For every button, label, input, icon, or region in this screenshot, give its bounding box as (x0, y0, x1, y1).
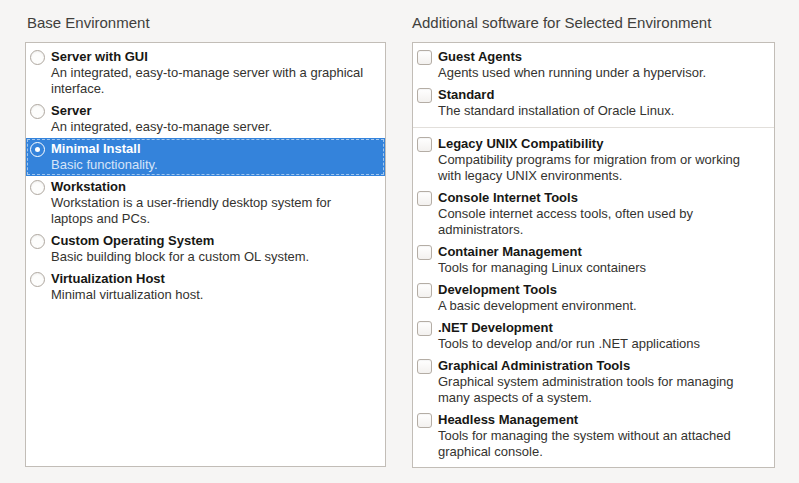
checkbox-icon[interactable] (417, 245, 432, 260)
radio-button-icon[interactable] (30, 272, 45, 287)
addon-option-title: Network Servers (438, 466, 541, 468)
addon-option-title: Headless Management (438, 412, 731, 428)
checkbox-icon[interactable] (417, 50, 432, 65)
addon-option-text: Standard The standard installation of Or… (438, 87, 674, 119)
environment-option-description: An integrated, easy-to-manage server. (51, 119, 272, 135)
environment-option-text: Custom Operating System Basic building b… (51, 233, 309, 265)
addon-option-title: Development Tools (438, 282, 637, 298)
addon-option-description: Agents used when running under a hypervi… (438, 65, 706, 81)
environment-option-text: Server An integrated, easy-to-manage ser… (51, 103, 272, 135)
addon-option-title: Console Internet Tools (438, 190, 693, 206)
addon-option-row[interactable]: Network Servers (413, 463, 774, 468)
environment-option-title: Workstation (51, 179, 331, 195)
environment-option-description: An integrated, easy-to-manage server wit… (51, 65, 363, 97)
addon-option-text: Container Management Tools for managing … (438, 244, 646, 276)
environment-option-description: Basic building block for a custom OL sys… (51, 249, 309, 265)
software-selection-screen: Base Environment Additional software for… (0, 0, 799, 483)
environment-option-row[interactable]: Server An integrated, easy-to-manage ser… (26, 100, 385, 138)
addon-option-title: Container Management (438, 244, 646, 260)
environment-option-title: Virtualization Host (51, 271, 203, 287)
addon-option-text: Network Servers (438, 466, 541, 468)
radio-button-icon[interactable] (30, 234, 45, 249)
addon-option-description: Tools for managing the system without an… (438, 428, 731, 460)
environment-option-row[interactable]: Virtualization Host Minimal virtualizati… (26, 268, 385, 306)
addon-option-row[interactable]: Standard The standard installation of Or… (413, 84, 774, 122)
addon-option-description: Tools for managing Linux containers (438, 260, 646, 276)
addon-option-title: Graphical Administration Tools (438, 358, 734, 374)
environment-option-title: Minimal Install (51, 141, 158, 157)
radio-button-icon[interactable] (30, 142, 45, 157)
environment-option-title: Server with GUI (51, 49, 363, 65)
addon-option-row[interactable]: Guest Agents Agents used when running un… (413, 46, 774, 84)
radio-button-icon[interactable] (30, 180, 45, 195)
addon-option-text: Guest Agents Agents used when running un… (438, 49, 706, 81)
addon-option-description: Compatibility programs for migration fro… (438, 152, 740, 184)
addon-option-title: Guest Agents (438, 49, 706, 65)
addon-option-text: Legacy UNIX Compatibility Compatibility … (438, 136, 740, 184)
addon-option-text: Console Internet Tools Console internet … (438, 190, 693, 238)
addon-option-row[interactable]: Legacy UNIX Compatibility Compatibility … (413, 133, 774, 187)
addon-option-row[interactable]: Development Tools A basic development en… (413, 279, 774, 317)
radio-button-icon[interactable] (30, 50, 45, 65)
checkbox-icon[interactable] (417, 137, 432, 152)
environment-option-text: Minimal Install Basic functionality. (51, 141, 158, 173)
environment-option-row[interactable]: Minimal Install Basic functionality. (26, 138, 385, 176)
environment-option-row[interactable]: Custom Operating System Basic building b… (26, 230, 385, 268)
addon-option-description: Graphical system administration tools fo… (438, 374, 734, 406)
addon-option-title: Standard (438, 87, 674, 103)
addon-option-description: Tools to develop and/or run .NET applica… (438, 336, 700, 352)
addon-option-text: .NET Development Tools to develop and/or… (438, 320, 700, 352)
environment-option-text: Server with GUI An integrated, easy-to-m… (51, 49, 363, 97)
additional-software-list[interactable]: Guest Agents Agents used when running un… (412, 42, 775, 468)
addon-option-description: A basic development environment. (438, 298, 637, 314)
list-separator (413, 127, 774, 128)
checkbox-icon[interactable] (417, 191, 432, 206)
addon-option-text: Headless Management Tools for managing t… (438, 412, 731, 460)
environment-option-description: Basic functionality. (51, 157, 158, 173)
checkbox-icon[interactable] (417, 88, 432, 103)
checkbox-icon[interactable] (417, 413, 432, 428)
checkbox-icon[interactable] (417, 467, 432, 468)
environment-option-description: Minimal virtualization host. (51, 287, 203, 303)
addon-option-description: The standard installation of Oracle Linu… (438, 103, 674, 119)
environment-option-title: Custom Operating System (51, 233, 309, 249)
addon-option-text: Development Tools A basic development en… (438, 282, 637, 314)
checkbox-icon[interactable] (417, 321, 432, 336)
environment-option-text: Workstation Workstation is a user-friend… (51, 179, 331, 227)
base-environment-header: Base Environment (27, 14, 150, 32)
base-environment-list[interactable]: Server with GUI An integrated, easy-to-m… (25, 42, 386, 467)
addon-option-row[interactable]: Headless Management Tools for managing t… (413, 409, 774, 463)
addon-option-description: Console internet access tools, often use… (438, 206, 693, 238)
addon-option-row[interactable]: Graphical Administration Tools Graphical… (413, 355, 774, 409)
addon-option-title: Legacy UNIX Compatibility (438, 136, 740, 152)
environment-option-title: Server (51, 103, 272, 119)
environment-option-text: Virtualization Host Minimal virtualizati… (51, 271, 203, 303)
addon-option-row[interactable]: Console Internet Tools Console internet … (413, 187, 774, 241)
additional-software-header: Additional software for Selected Environ… (412, 14, 711, 32)
addon-option-row[interactable]: Container Management Tools for managing … (413, 241, 774, 279)
environment-option-description: Workstation is a user-friendly desktop s… (51, 195, 331, 227)
checkbox-icon[interactable] (417, 283, 432, 298)
checkbox-icon[interactable] (417, 359, 432, 374)
addon-option-title: .NET Development (438, 320, 700, 336)
addon-option-row[interactable]: .NET Development Tools to develop and/or… (413, 317, 774, 355)
environment-option-row[interactable]: Server with GUI An integrated, easy-to-m… (26, 46, 385, 100)
radio-button-icon[interactable] (30, 104, 45, 119)
addon-option-text: Graphical Administration Tools Graphical… (438, 358, 734, 406)
environment-option-row[interactable]: Workstation Workstation is a user-friend… (26, 176, 385, 230)
